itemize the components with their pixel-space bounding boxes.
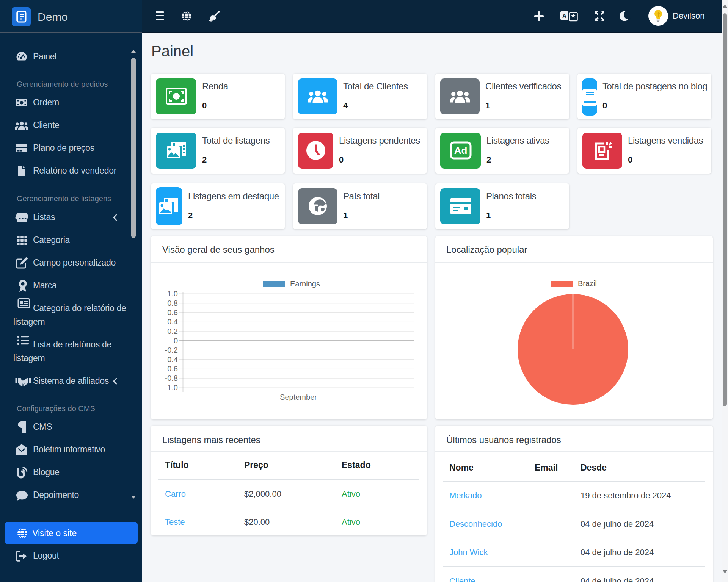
svg-text:0: 0 [174, 336, 178, 345]
svg-text:Earnings: Earnings [290, 280, 320, 288]
svg-text:-0.4: -0.4 [165, 355, 178, 364]
svg-text:0.6: 0.6 [167, 308, 178, 317]
svg-text:-0.2: -0.2 [165, 346, 178, 354]
svg-text:0.2: 0.2 [167, 327, 178, 335]
svg-text:1.0: 1.0 [167, 289, 178, 298]
svg-text:Ad: Ad [454, 145, 468, 156]
svg-text:September: September [280, 393, 317, 401]
svg-text:0.8: 0.8 [167, 299, 178, 307]
svg-text:-0.6: -0.6 [165, 365, 178, 373]
svg-text:Brazil: Brazil [578, 279, 597, 288]
svg-text:-1.0: -1.0 [165, 383, 178, 392]
svg-text:-0.8: -0.8 [165, 374, 178, 382]
svg-text:A: A [562, 13, 567, 19]
svg-text:0.4: 0.4 [167, 318, 178, 326]
